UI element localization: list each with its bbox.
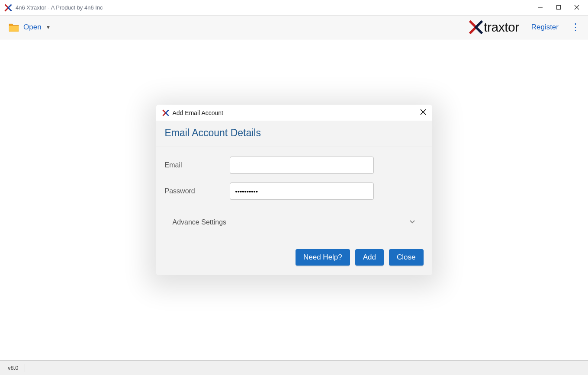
open-label: Open	[23, 23, 42, 32]
dialog-icon	[162, 109, 169, 116]
advance-settings-toggle[interactable]: Advance Settings	[165, 208, 424, 231]
dialog-title: Add Email Account	[173, 109, 224, 116]
password-label: Password	[165, 187, 230, 195]
add-email-dialog: Add Email Account Email Account Details …	[156, 105, 432, 275]
close-button[interactable]	[574, 4, 579, 11]
need-help-button[interactable]: Need Help?	[296, 249, 350, 266]
minimize-button[interactable]	[538, 4, 543, 11]
statusbar: v8.0	[0, 360, 588, 375]
add-button[interactable]: Add	[355, 249, 384, 266]
window-titlebar: 4n6 Xtraxtor - A Product by 4n6 Inc	[0, 0, 588, 16]
dialog-heading: Email Account Details	[165, 127, 424, 139]
chevron-down-icon	[409, 218, 416, 227]
email-row: Email	[165, 157, 424, 174]
brand-text: traxtor	[484, 20, 519, 35]
toolbar: Open ▼ traxtor Register ⋮	[0, 16, 588, 39]
password-input[interactable]	[230, 183, 374, 200]
dropdown-chevron-icon: ▼	[46, 24, 51, 30]
statusbar-separator	[25, 364, 25, 372]
window-title: 4n6 Xtraxtor - A Product by 4n6 Inc	[16, 4, 103, 11]
open-button[interactable]: Open ▼	[8, 22, 51, 32]
dialog-close-button[interactable]	[420, 108, 426, 117]
dialog-header: Email Account Details	[156, 121, 432, 147]
dialog-titlebar: Add Email Account	[156, 105, 432, 121]
password-row: Password	[165, 183, 424, 200]
menu-dots-icon[interactable]: ⋮	[571, 22, 580, 32]
version-label: v8.0	[8, 365, 19, 371]
folder-icon	[8, 22, 20, 32]
email-label: Email	[165, 161, 230, 169]
window-controls	[538, 4, 584, 11]
email-input[interactable]	[230, 157, 374, 174]
dialog-body: Email Password Advance Settings	[156, 147, 432, 240]
register-link[interactable]: Register	[531, 23, 559, 32]
advance-settings-label: Advance Settings	[173, 218, 227, 226]
dialog-footer: Need Help? Add Close	[156, 240, 432, 275]
maximize-button[interactable]	[556, 4, 561, 11]
svg-rect-1	[557, 5, 561, 9]
app-icon	[4, 4, 12, 12]
brand-logo: traxtor	[468, 20, 519, 34]
close-dialog-button[interactable]: Close	[389, 249, 423, 266]
